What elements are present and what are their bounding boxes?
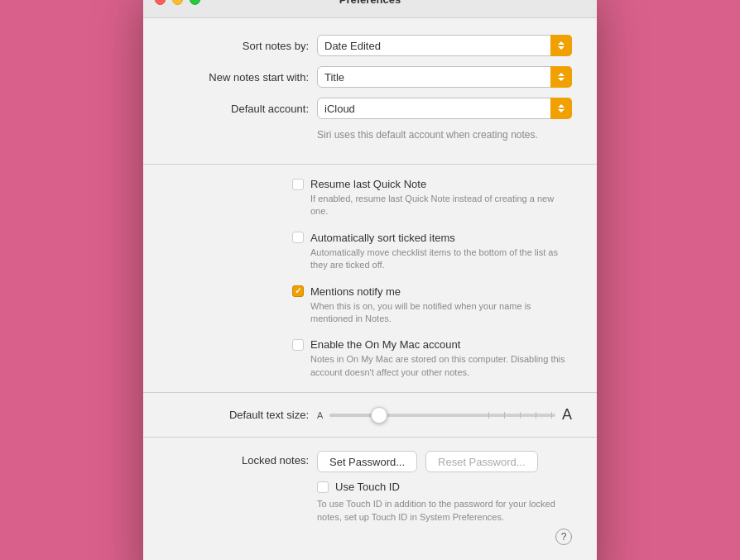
new-notes-select-container: Title	[317, 66, 572, 88]
checkbox-item-mentions: Mentions notify me When this is on, you …	[292, 285, 572, 326]
checkboxes-section: Resume last Quick Note If enabled, resum…	[143, 165, 597, 393]
checkbox-on-my-mac[interactable]	[292, 339, 304, 351]
close-button[interactable]	[155, 0, 166, 5]
default-account-select[interactable]: iCloud	[317, 98, 572, 119]
locked-notes-content: Set Password... Reset Password... Use To…	[317, 451, 572, 545]
siri-note: Siri uses this default account when crea…	[317, 129, 572, 141]
locked-notes-buttons: Set Password... Reset Password...	[317, 451, 572, 472]
text-size-section: Default text size: A A	[143, 393, 597, 438]
slider-thumb[interactable]	[371, 407, 387, 424]
default-account-label: Default account:	[168, 103, 309, 115]
checkbox-desc-on-my-mac: Notes in On My Mac are stored on this co…	[310, 353, 572, 379]
checkbox-item-on-my-mac: Enable the On My Mac account Notes in On…	[292, 338, 572, 379]
titlebar: Preferences	[143, 0, 597, 18]
checkbox-desc-resume: If enabled, resume last Quick Note inste…	[310, 193, 572, 218]
window-title: Preferences	[339, 0, 401, 6]
touch-id-description: To use Touch ID in addition to the passw…	[317, 498, 572, 524]
sort-notes-select-container: Date Edited	[317, 35, 572, 56]
locked-notes-section: Locked notes: Set Password... Reset Pass…	[143, 438, 597, 558]
checkbox-label-mentions: Mentions notify me	[310, 285, 401, 298]
checkbox-row-on-my-mac: Enable the On My Mac account	[292, 338, 572, 351]
checkbox-touch-id[interactable]	[317, 481, 329, 493]
maximize-button[interactable]	[190, 0, 200, 5]
locked-notes-label: Locked notes:	[168, 451, 309, 467]
tick-5	[551, 412, 552, 419]
text-size-label: Default text size:	[168, 409, 309, 421]
checkbox-item-resume-quick-note: Resume last Quick Note If enabled, resum…	[292, 178, 572, 218]
checkbox-item-auto-sort: Automatically sort ticked items Automati…	[292, 232, 572, 272]
tick-3	[520, 412, 521, 419]
touch-id-row: Use Touch ID	[317, 481, 572, 493]
checkbox-label-on-my-mac: Enable the On My Mac account	[310, 338, 460, 351]
tick-1	[488, 412, 489, 419]
preferences-content: Sort notes by: Date Edited New notes sta…	[143, 18, 597, 560]
default-account-row: Default account: iCloud	[168, 98, 572, 119]
touch-id-label: Use Touch ID	[335, 481, 400, 493]
sort-notes-select[interactable]: Date Edited	[317, 35, 572, 56]
tick-2	[504, 412, 505, 419]
help-button[interactable]: ?	[555, 529, 572, 545]
checkbox-desc-mentions: When this is on, you will be notified wh…	[310, 300, 572, 326]
preferences-window: Preferences Sort notes by: Date Edited N…	[143, 0, 597, 560]
sort-notes-row: Sort notes by: Date Edited	[168, 35, 572, 56]
new-notes-label: New notes start with:	[168, 71, 309, 84]
default-account-select-container: iCloud	[317, 98, 572, 119]
text-size-slider[interactable]	[329, 414, 555, 417]
size-small-label: A	[317, 410, 323, 420]
size-large-label: A	[562, 406, 572, 424]
checkbox-row-resume: Resume last Quick Note	[292, 178, 572, 190]
checkbox-row-auto-sort: Automatically sort ticked items	[292, 232, 572, 244]
sort-notes-label: Sort notes by:	[168, 40, 309, 52]
minimize-button[interactable]	[172, 0, 183, 5]
checkbox-label-auto-sort: Automatically sort ticked items	[310, 232, 455, 244]
reset-password-button[interactable]: Reset Password...	[425, 451, 538, 472]
checkbox-desc-auto-sort: Automatically move checklist items to th…	[310, 246, 572, 272]
help-row: ?	[317, 529, 572, 545]
checkbox-row-mentions: Mentions notify me	[292, 285, 572, 298]
set-password-button[interactable]: Set Password...	[317, 451, 417, 472]
checkbox-mentions[interactable]	[292, 285, 304, 297]
new-notes-row: New notes start with: Title	[168, 66, 572, 88]
new-notes-select[interactable]: Title	[317, 66, 572, 88]
tick-4	[536, 412, 536, 419]
checkbox-resume-quick-note[interactable]	[292, 179, 304, 190]
window-controls	[155, 0, 200, 5]
checkbox-auto-sort[interactable]	[292, 232, 304, 243]
checkbox-label-resume: Resume last Quick Note	[310, 178, 426, 190]
slider-ticks	[488, 412, 555, 419]
form-section: Sort notes by: Date Edited New notes sta…	[143, 35, 597, 165]
slider-container: A A	[317, 406, 572, 424]
